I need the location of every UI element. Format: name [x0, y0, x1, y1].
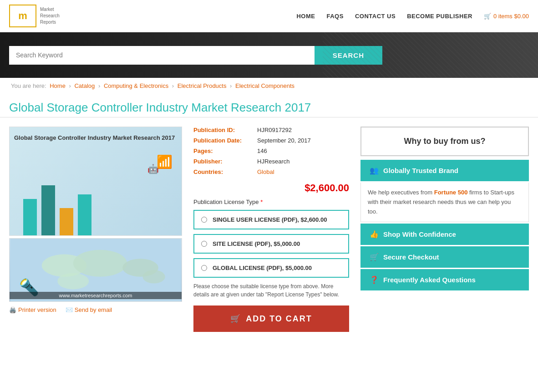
chart-bar-4 — [78, 194, 91, 235]
shop-confidence-button[interactable]: 👍 Shop With Confidence — [360, 224, 529, 245]
publication-date-value: September 20, 2017 — [257, 137, 311, 144]
trusted-brand-description: We help executives from Fortune 500 firm… — [360, 183, 529, 222]
page-header: m Market Research Reports HOME FAQS CONT… — [0, 0, 538, 32]
printer-version-label: Printer version — [18, 306, 56, 313]
countries-label: Countries: — [193, 168, 257, 175]
search-input[interactable] — [9, 46, 315, 65]
license-type-label: Publication License Type * — [193, 199, 349, 205]
trusted-icon: 👥 — [370, 166, 379, 175]
license-site[interactable]: SITE LICENSE (PDF), $5,000.00 — [193, 234, 349, 254]
trusted-desc-1: We help executives from — [368, 189, 434, 196]
breadcrumb-sep1: › — [69, 82, 73, 89]
send-by-email-label: Send by email — [75, 306, 112, 313]
why-buy-box: Why to buy from us? — [360, 127, 529, 156]
logo-text: Market Research Reports — [40, 6, 60, 25]
license-note: Please choose the suitable license type … — [193, 282, 349, 299]
breadcrumb-sep3: › — [172, 82, 176, 89]
required-indicator: * — [260, 199, 263, 205]
map-url: www.marketresearchreports.com — [10, 292, 182, 299]
chart-bar-1 — [23, 199, 37, 235]
pages-row: Pages: 146 — [193, 148, 349, 154]
license-single-label: SINGLE USER LICENSE (PDF), $2,600.00 — [213, 216, 327, 223]
license-site-radio[interactable] — [201, 241, 207, 247]
breadcrumb-sep4: › — [230, 82, 233, 89]
search-button[interactable]: SEARCH — [315, 46, 382, 65]
main-content: Global Storage Controller Industry Marke… — [0, 127, 538, 332]
countries-value: Global — [257, 168, 274, 175]
publisher-value: HJResearch — [257, 158, 290, 165]
svg-point-2 — [73, 250, 127, 277]
globally-trusted-button[interactable]: 👥 Globally Trusted Brand — [360, 160, 529, 181]
publication-id-row: Publication ID: HJR0917292 — [193, 127, 349, 133]
left-column: Global Storage Controller Industry Marke… — [9, 127, 182, 332]
license-global[interactable]: GLOBAL LICENSE (PDF), $5,000.00 — [193, 258, 349, 278]
chart-bar-2 — [41, 185, 55, 235]
search-bar: SEARCH — [9, 46, 382, 65]
fortune-text: Fortune 500 — [434, 189, 468, 196]
product-price: $2,600.00 — [193, 182, 349, 194]
page-title: Global Storage Controller Industry Marke… — [0, 94, 538, 117]
hero-banner: SEARCH — [0, 32, 538, 78]
product-image-box: Global Storage Controller Industry Marke… — [9, 127, 182, 236]
robot-icon: 🤖 — [147, 163, 159, 174]
logo-box: m — [9, 5, 36, 27]
thumbs-up-icon: 👍 — [370, 230, 379, 239]
pages-label: Pages: — [193, 148, 257, 154]
license-single-radio[interactable] — [201, 217, 207, 223]
printer-icon: 🖨️ — [9, 306, 16, 313]
publication-id-label: Publication ID: — [193, 127, 257, 133]
right-column: Why to buy from us? 👥 Globally Trusted B… — [360, 127, 529, 332]
product-details-table: Publication ID: HJR0917292 Publication D… — [193, 127, 349, 175]
svg-point-5 — [143, 270, 165, 284]
breadcrumb-home[interactable]: Home — [50, 82, 66, 89]
nav-links: HOME FAQS CONTACT US BECOME PUBLISHER 🛒 … — [296, 13, 529, 20]
publication-id-value: HJR0917292 — [257, 127, 292, 133]
nav-faqs[interactable]: FAQS — [326, 13, 343, 20]
breadcrumb: You are here: Home › Catalog › Computing… — [0, 78, 538, 94]
faq-button[interactable]: ❓ Frequently Asked Questions — [360, 269, 529, 290]
secure-checkout-button[interactable]: 🛒 Secure Checkout — [360, 246, 529, 268]
cart-icon-btn: 🛒 — [230, 314, 241, 324]
cart-icon: 🛒 — [484, 13, 491, 20]
pages-value: 146 — [257, 148, 267, 154]
add-to-cart-button[interactable]: 🛒 ADD TO CART — [193, 305, 349, 332]
product-image-inner: Global Storage Controller Industry Marke… — [10, 127, 182, 235]
license-site-label: SITE LICENSE (PDF), $5,000.00 — [213, 240, 300, 247]
nav-become-publisher[interactable]: BECOME PUBLISHER — [407, 13, 472, 20]
product-image-title: Global Storage Controller Industry Marke… — [14, 134, 177, 141]
license-single[interactable]: SINGLE USER LICENSE (PDF), $2,600.00 — [193, 210, 349, 229]
breadcrumb-catalog[interactable]: Catalog — [74, 82, 95, 89]
faq-label: Frequently Asked Questions — [383, 276, 476, 284]
cart-area[interactable]: 🛒 0 items $0.00 — [484, 13, 529, 20]
svg-point-4 — [57, 273, 89, 289]
printer-links: 🖨️ Printer version ✉️ Send by email — [9, 306, 182, 313]
printer-version-link[interactable]: 🖨️ Printer version — [9, 306, 56, 313]
chart-bar-3 — [60, 208, 73, 235]
license-global-radio[interactable] — [201, 265, 207, 271]
logo-area[interactable]: m Market Research Reports — [9, 5, 60, 27]
countries-row: Countries: Global — [193, 168, 349, 175]
globally-trusted-label: Globally Trusted Brand — [383, 167, 458, 174]
publisher-row: Publisher: HJResearch — [193, 158, 349, 165]
world-map-inner: 🔦 www.marketresearchreports.com — [10, 239, 182, 301]
nav-contact[interactable]: CONTACT US — [355, 13, 396, 20]
publication-date-row: Publication Date: September 20, 2017 — [193, 137, 349, 144]
logo-letter: m — [18, 10, 27, 22]
nav-home[interactable]: HOME — [296, 13, 315, 20]
publisher-label: Publisher: — [193, 158, 257, 165]
email-icon: ✉️ — [66, 306, 73, 313]
license-global-label: GLOBAL LICENSE (PDF), $5,000.00 — [213, 265, 312, 271]
add-to-cart-label: ADD TO CART — [246, 314, 312, 324]
question-icon: ❓ — [370, 275, 379, 284]
send-by-email-link[interactable]: ✉️ Send by email — [66, 306, 112, 313]
shop-confidence-label: Shop With Confidence — [383, 230, 456, 238]
breadcrumb-computing[interactable]: Computing & Electronics — [104, 82, 168, 89]
breadcrumb-sep2: › — [98, 82, 102, 89]
cart-count: 0 items $0.00 — [493, 13, 529, 20]
breadcrumb-electrical-components[interactable]: Electrical Components — [235, 82, 294, 89]
middle-column: Publication ID: HJR0917292 Publication D… — [193, 127, 349, 332]
cart-secure-icon: 🛒 — [370, 253, 379, 261]
you-are-here-label: You are here: — [11, 82, 46, 89]
wifi-icon: 📶 — [157, 154, 173, 169]
breadcrumb-electrical-products[interactable]: Electrical Products — [178, 82, 227, 89]
